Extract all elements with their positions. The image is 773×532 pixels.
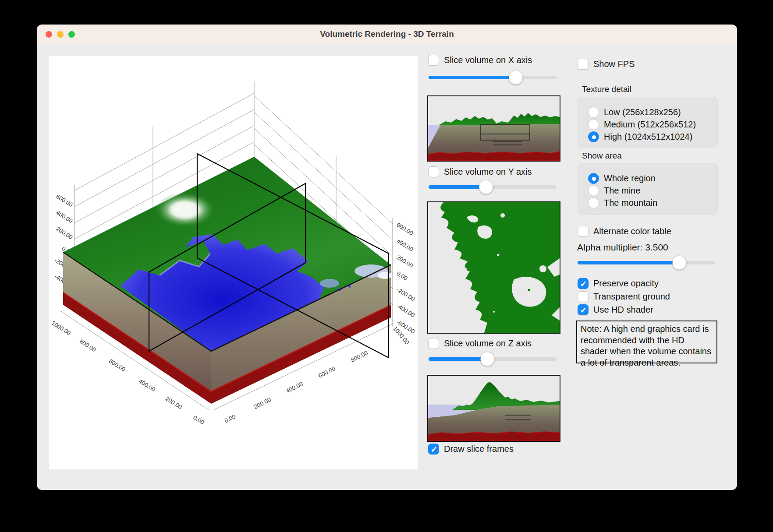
slice-z-slider-thumb[interactable] (481, 352, 494, 366)
terrain-render: 600.00 400.00 200.00 0.00 -200.00 -400.0… (49, 56, 418, 469)
alpha-slider[interactable] (578, 256, 715, 270)
tick-label: 600.00 (395, 222, 414, 237)
hd-shader-note: Note: A high end graphics card is recomm… (576, 321, 717, 363)
tick-label: 400.00 (138, 378, 156, 393)
draw-frames-label: Draw slice frames (444, 444, 514, 454)
tick-label: -400.00 (395, 303, 416, 319)
tick-label: 600.00 (108, 358, 127, 373)
show-fps-label: Show FPS (593, 59, 635, 69)
x-slice-preview (427, 95, 560, 162)
area-mine-row: The mine (588, 185, 640, 196)
alpha-slider-thumb[interactable] (673, 256, 686, 270)
minimize-button[interactable] (57, 31, 64, 38)
tick-label: 200.00 (55, 225, 74, 241)
y-slice-preview (427, 201, 560, 334)
texture-medium-radio[interactable] (588, 119, 599, 130)
slice-z-slider[interactable] (429, 352, 557, 366)
show-fps-checkbox[interactable] (578, 59, 589, 70)
tick-label: -200.00 (395, 286, 416, 303)
texture-high-row: High (1024x512x1024) (588, 131, 692, 142)
use-hd-shader-row: Use HD shader (578, 304, 653, 316)
tick-label: 0.00 (395, 270, 408, 282)
use-hd-shader-label: Use HD shader (593, 305, 653, 315)
title-bar[interactable]: Volumetric Rendering - 3D Terrain (37, 25, 737, 44)
slice-x-slider-thumb[interactable] (509, 71, 522, 85)
slice-y-slider[interactable] (429, 180, 557, 194)
tick-label: 600.00 (55, 193, 74, 208)
slice-z-checkbox[interactable] (428, 338, 439, 349)
slice-y-checkbox[interactable] (428, 166, 439, 177)
texture-detail-title: Texture detail (582, 85, 631, 94)
slice-x-checkbox[interactable] (428, 55, 439, 66)
area-mine-label: The mine (604, 186, 640, 196)
terrain-3d-viewport[interactable]: 600.00 400.00 200.00 0.00 -200.00 -400.0… (49, 56, 418, 469)
slice-y-slider-thumb[interactable] (479, 180, 493, 194)
slice-x-slider[interactable] (429, 70, 557, 85)
alpha-multiplier-label: Alpha multiplier: 3.500 (577, 242, 668, 253)
slice-y-row: Slice volume on Y axis (428, 166, 532, 178)
transparent-ground-checkbox[interactable] (578, 291, 589, 302)
alternate-color-checkbox[interactable] (578, 226, 589, 237)
area-mountain-radio[interactable] (588, 197, 599, 208)
slice-y-label: Slice volume on Y axis (444, 167, 532, 177)
area-mountain-label: The mountain (604, 198, 657, 208)
preserve-opacity-row: Preserve opacity (578, 278, 659, 289)
screen: Volumetric Rendering - 3D Terrain (0, 0, 773, 532)
alternate-color-row: Alternate color table (578, 225, 671, 237)
zoom-button[interactable] (68, 31, 75, 38)
slice-x-label: Slice volume on X axis (444, 55, 532, 65)
preserve-opacity-checkbox[interactable] (578, 278, 589, 289)
traffic-lights (37, 25, 75, 44)
tick-label: 400.00 (285, 381, 304, 395)
texture-medium-label: Medium (512x256x512) (604, 120, 696, 130)
tick-label: 1000.00 (50, 320, 72, 337)
window-title: Volumetric Rendering - 3D Terrain (320, 29, 454, 39)
texture-high-label: High (1024x512x1024) (604, 132, 692, 142)
tick-label: 200.00 (164, 395, 183, 411)
tick-label: 0.00 (223, 413, 237, 424)
tick-label: 400.00 (55, 209, 74, 225)
tick-label: 800.00 (78, 338, 97, 353)
area-whole-label: Whole region (604, 173, 656, 183)
tick-label: 0.00 (192, 414, 205, 426)
tick-label: 200.00 (253, 396, 272, 410)
draw-frames-checkbox[interactable] (428, 444, 439, 454)
close-button[interactable] (46, 31, 52, 38)
area-whole-row: Whole region (588, 173, 656, 184)
tick-label: 800.00 (350, 349, 369, 363)
area-mountain-row: The mountain (588, 197, 657, 208)
texture-low-row: Low (256x128x256) (588, 106, 681, 118)
draw-frames-row: Draw slice frames (428, 443, 514, 455)
z-slice-preview (427, 375, 560, 442)
tick-label: 400.00 (395, 238, 414, 253)
tick-label: 600.00 (317, 365, 337, 379)
area-mine-radio[interactable] (588, 185, 599, 196)
tick-label: 200.00 (395, 254, 414, 269)
show-fps-row: Show FPS (578, 58, 635, 70)
texture-low-label: Low (256x128x256) (604, 107, 681, 117)
slice-z-row: Slice volume on Z axis (428, 338, 532, 349)
slice-z-label: Slice volume on Z axis (444, 338, 532, 349)
texture-medium-row: Medium (512x256x512) (588, 119, 696, 130)
preserve-opacity-label: Preserve opacity (593, 278, 659, 289)
show-area-title: Show area (582, 151, 622, 161)
alternate-color-label: Alternate color table (593, 226, 671, 236)
texture-low-radio[interactable] (588, 107, 599, 118)
transparent-ground-label: Transparent ground (593, 292, 670, 302)
area-whole-radio[interactable] (588, 173, 599, 184)
app-window: Volumetric Rendering - 3D Terrain (37, 25, 737, 490)
use-hd-shader-checkbox[interactable] (578, 304, 589, 315)
texture-high-radio[interactable] (588, 131, 599, 142)
slice-x-row: Slice volume on X axis (428, 54, 532, 66)
transparent-ground-row: Transparent ground (578, 291, 670, 303)
